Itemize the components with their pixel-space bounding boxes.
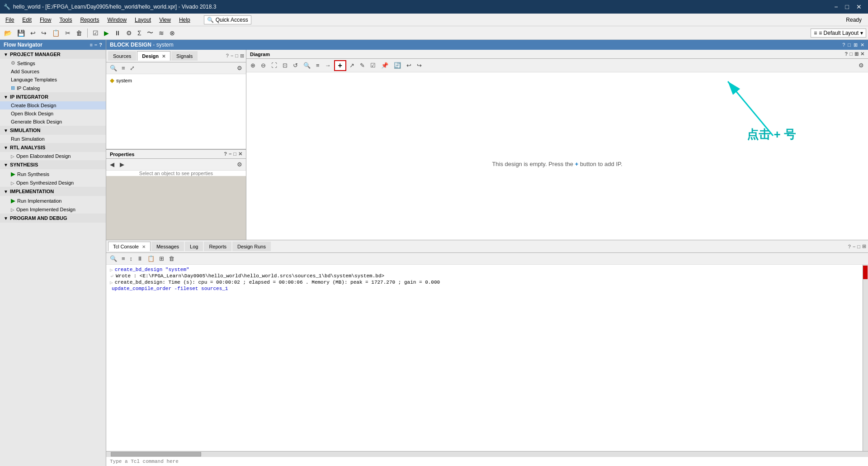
diagram-arrow-btn[interactable]: →	[323, 61, 333, 70]
nav-add-sources[interactable]: Add Sources	[0, 67, 106, 76]
toolbar-gear-btn[interactable]: ⚙	[124, 28, 134, 38]
tab-messages[interactable]: Messages	[151, 242, 184, 251]
sources-search-btn[interactable]: 🔍	[108, 64, 119, 72]
console-help-icon[interactable]: ?	[848, 244, 851, 249]
console-clear-btn[interactable]: 🗑	[167, 254, 176, 263]
prop-close-icon[interactable]: ✕	[238, 151, 242, 157]
diagram-fit2-btn[interactable]: ⊡	[280, 61, 290, 70]
diagram-zoom-out-btn[interactable]: ⊖	[259, 61, 268, 70]
prop-min-icon[interactable]: −	[229, 151, 231, 157]
diagram-settings-btn[interactable]: ⚙	[856, 61, 866, 70]
tab-tcl-close-icon[interactable]: ✕	[142, 244, 146, 249]
nav-open-implemented[interactable]: ▷ Open Implemented Design	[0, 205, 106, 214]
toolbar-check-btn[interactable]: ☑	[90, 28, 101, 38]
console-expand-icon[interactable]: ⊞	[862, 243, 866, 249]
console-max-icon[interactable]: □	[857, 244, 860, 249]
tab-signals[interactable]: Signals	[171, 51, 198, 61]
toolbar-open-btn[interactable]: 📂	[2, 28, 14, 38]
diagram-fit-btn[interactable]: ⛶	[269, 61, 279, 70]
nav-open-elaborated[interactable]: ▷ Open Elaborated Design	[0, 152, 106, 160]
diagram-pointer-btn[interactable]: ↗	[347, 61, 357, 70]
block-design-help-icon[interactable]: ?	[842, 42, 845, 48]
diagram-add-ip-btn[interactable]: +	[334, 60, 346, 71]
section-project-manager[interactable]: ▼ PROJECT MANAGER	[0, 50, 106, 59]
section-rtl-analysis[interactable]: ▼ RTL ANALYSIS	[0, 143, 106, 152]
tab-reports[interactable]: Reports	[204, 242, 231, 251]
console-min-icon[interactable]: −	[853, 244, 855, 249]
nav-ip-catalog[interactable]: ⊞ IP Catalog	[0, 84, 106, 92]
nav-open-synthesized[interactable]: ▷ Open Synthesized Design	[0, 179, 106, 187]
console-copy-btn[interactable]: 📋	[146, 254, 156, 263]
toolbar-play-btn[interactable]: ▶	[102, 28, 111, 38]
toolbar-sigma-btn[interactable]: Σ	[135, 28, 144, 38]
menu-reports[interactable]: Reports	[76, 15, 103, 24]
close-button[interactable]: ✕	[854, 2, 864, 11]
prop-fwd-btn[interactable]: ▶	[118, 160, 126, 169]
tab-sources[interactable]: Sources	[108, 51, 136, 61]
menu-edit[interactable]: Edit	[19, 15, 35, 24]
console-filter-btn[interactable]: ≡	[120, 254, 127, 263]
nav-run-implementation[interactable]: ▶ Run Implementation	[0, 196, 106, 205]
toolbar-cut-btn[interactable]: ✂	[63, 28, 73, 38]
menu-flow[interactable]: Flow	[36, 15, 55, 24]
quick-access-box[interactable]: 🔍 Quick Access	[204, 15, 251, 24]
nav-run-synthesis[interactable]: ▶ Run Synthesis	[0, 169, 106, 179]
diagram-redo-btn[interactable]: ↪	[415, 61, 424, 70]
sources-filter-btn[interactable]: ≡	[120, 64, 127, 72]
console-pause-btn[interactable]: ⏸	[135, 254, 145, 263]
menu-tools[interactable]: Tools	[56, 15, 75, 24]
maximize-button[interactable]: □	[843, 2, 852, 11]
diagram-reload-btn[interactable]: 🔄	[392, 61, 403, 70]
block-design-close-icon[interactable]: ✕	[860, 42, 864, 48]
toolbar-del-btn[interactable]: 🗑	[74, 28, 85, 38]
tab-design-close[interactable]: ✕	[162, 54, 165, 59]
nav-settings[interactable]: ⚙ Settings	[0, 59, 106, 67]
sources-expand-icon[interactable]: ⊞	[240, 53, 244, 59]
console-copy2-btn[interactable]: ⊞	[157, 254, 166, 263]
menu-window[interactable]: Window	[104, 15, 130, 24]
section-simulation[interactable]: ▼ SIMULATION	[0, 126, 106, 135]
console-hscroll[interactable]	[106, 451, 868, 456]
nav-open-block-design[interactable]: Open Block Design	[0, 109, 106, 118]
diagram-find-btn[interactable]: 🔍	[301, 61, 313, 70]
console-hscroll-thumb[interactable]	[111, 452, 201, 456]
block-design-max-icon[interactable]: ⊞	[854, 42, 858, 48]
tab-design[interactable]: Design ✕	[137, 51, 170, 61]
diagram-close-icon[interactable]: ✕	[860, 51, 864, 57]
nav-create-block-design[interactable]: Create Block Design	[0, 101, 106, 109]
diagram-undo-btn[interactable]: ↩	[404, 61, 414, 70]
menu-help[interactable]: Help	[175, 15, 194, 24]
source-item-system[interactable]: ◆ system	[108, 76, 244, 85]
tab-tcl-console[interactable]: Tcl Console ✕	[108, 242, 151, 251]
nav-generate-block-design[interactable]: Generate Block Design	[0, 118, 106, 126]
prop-back-btn[interactable]: ◀	[108, 160, 116, 169]
toolbar-wave2-btn[interactable]: ≋	[156, 28, 166, 38]
diagram-max-icon[interactable]: ⊞	[854, 51, 859, 57]
console-scrollbar-thumb[interactable]	[863, 266, 868, 279]
layout-select[interactable]: ≡ ≡ Default Layout ▾	[811, 29, 866, 38]
tab-design-runs[interactable]: Design Runs	[232, 242, 271, 251]
toolbar-copy-btn[interactable]: 📋	[50, 28, 62, 38]
menu-layout[interactable]: Layout	[131, 15, 155, 24]
toolbar-pause-btn[interactable]: ⏸	[112, 28, 123, 38]
section-implementation[interactable]: ▼ IMPLEMENTATION	[0, 187, 106, 196]
diagram-select-btn[interactable]: ☑	[368, 61, 378, 70]
section-ip-integrator[interactable]: ▼ IP INTEGRATOR	[0, 92, 106, 101]
console-input[interactable]	[110, 459, 864, 464]
prop-max-icon[interactable]: □	[233, 151, 236, 157]
diagram-min-icon[interactable]: □	[849, 51, 853, 57]
console-collapse-btn[interactable]: ↕	[128, 254, 135, 263]
toolbar-stop-btn[interactable]: ⊗	[167, 28, 177, 38]
sources-expand-all-btn[interactable]: ⤢	[128, 64, 137, 72]
section-program-debug[interactable]: ▼ PROGRAM AND DEBUG	[0, 214, 106, 223]
block-design-min-icon[interactable]: □	[848, 42, 851, 48]
minimize-button[interactable]: −	[831, 2, 840, 11]
diagram-pin-btn[interactable]: 📌	[379, 61, 391, 70]
flow-nav-icon3[interactable]: ?	[99, 42, 102, 48]
console-scrollbar[interactable]	[863, 265, 868, 451]
sources-min-icon[interactable]: −	[231, 53, 233, 59]
diagram-help-icon[interactable]: ?	[845, 51, 848, 57]
diagram-pencil-btn[interactable]: ✎	[358, 61, 367, 70]
diagram-list-btn[interactable]: ≡	[314, 61, 322, 70]
menu-view[interactable]: View	[156, 15, 175, 24]
